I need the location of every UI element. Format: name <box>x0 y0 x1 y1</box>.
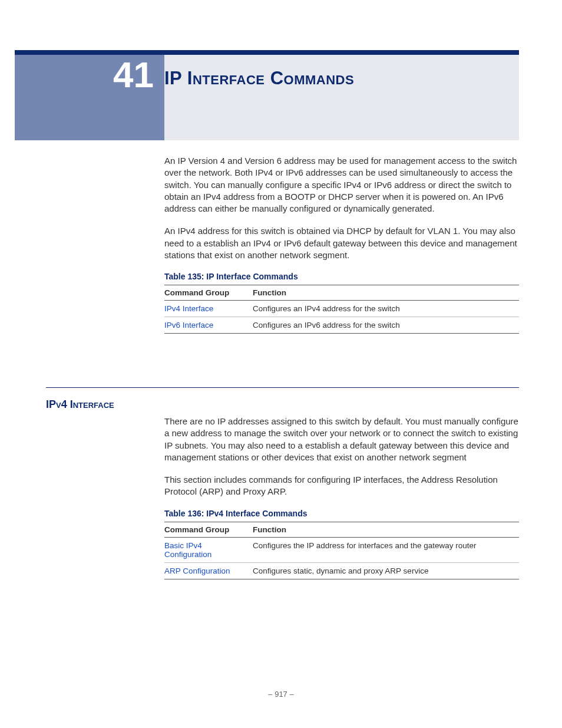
command-group-link[interactable]: Basic IPv4 Configuration <box>164 537 253 562</box>
command-group-link[interactable]: IPv6 Interface <box>164 317 253 334</box>
header-bar <box>15 50 519 55</box>
table-header-row: Command Group Function <box>164 522 519 537</box>
chapter-number-block: 41 <box>15 55 164 140</box>
table-row: Basic IPv4 Configuration Configures the … <box>164 537 519 562</box>
command-function: Configures the IP address for interfaces… <box>253 537 519 562</box>
chapter-title: IP Interface Commands <box>164 68 519 89</box>
command-group-link[interactable]: IPv4 Interface <box>164 301 253 317</box>
command-function: Configures an IPv4 address for the switc… <box>253 301 519 317</box>
ipv4-paragraph-1: There are no IP addresses assigned to th… <box>164 416 519 463</box>
section-divider <box>46 387 519 388</box>
table-135: Command Group Function IPv4 Interface Co… <box>164 285 519 334</box>
table-header-row: Command Group Function <box>164 285 519 301</box>
main-content: An IP Version 4 and Version 6 address ma… <box>164 155 519 340</box>
table-136-title: Table 136: IPv4 Interface Commands <box>164 509 519 518</box>
table-136: Command Group Function Basic IPv4 Config… <box>164 522 519 579</box>
ipv4-paragraph-2: This section includes commands for confi… <box>164 474 519 498</box>
table-header-function: Function <box>253 285 519 301</box>
page-number: – 917 – <box>268 690 293 699</box>
command-function: Configures an IPv6 address for the switc… <box>253 317 519 334</box>
command-group-link[interactable]: ARP Configuration <box>164 562 253 579</box>
ipv4-section-content: There are no IP addresses assigned to th… <box>164 416 519 585</box>
section-heading-ipv4: IPv4 Interface <box>46 398 114 411</box>
intro-paragraph-1: An IP Version 4 and Version 6 address ma… <box>164 155 519 215</box>
chapter-number: 41 <box>113 57 154 93</box>
command-function: Configures static, dynamic and proxy ARP… <box>253 562 519 579</box>
table-header-group: Command Group <box>164 522 253 537</box>
table-row: IPv6 Interface Configures an IPv6 addres… <box>164 317 519 334</box>
table-135-title: Table 135: IP Interface Commands <box>164 272 519 281</box>
table-header-group: Command Group <box>164 285 253 301</box>
intro-paragraph-2: An IPv4 address for this switch is obtai… <box>164 225 519 261</box>
table-row: IPv4 Interface Configures an IPv4 addres… <box>164 301 519 317</box>
table-header-function: Function <box>253 522 519 537</box>
page-footer: – 917 – <box>0 690 562 699</box>
table-row: ARP Configuration Configures static, dyn… <box>164 562 519 579</box>
chapter-title-block: IP Interface Commands <box>164 55 519 140</box>
